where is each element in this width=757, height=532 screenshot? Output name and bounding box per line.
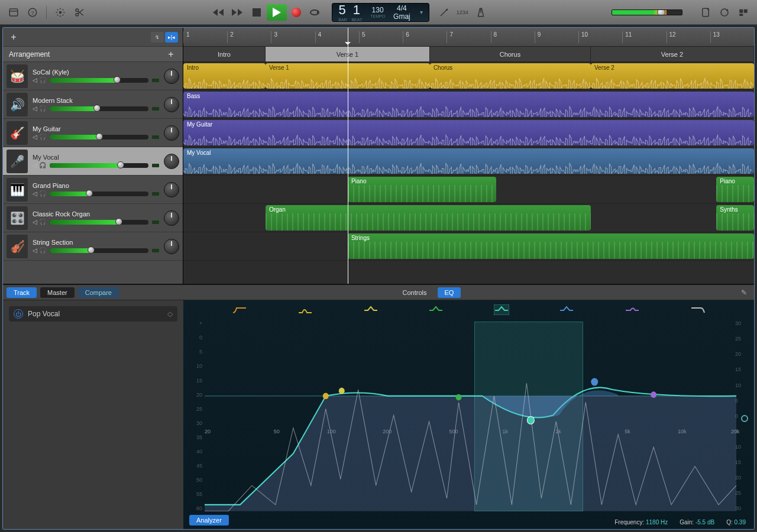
notepad-button[interactable] [699, 6, 712, 19]
solo-button[interactable]: 🎧 [39, 190, 46, 197]
playhead[interactable] [348, 28, 348, 284]
volume-slider[interactable] [50, 163, 148, 168]
arrangement-track[interactable]: IntroVerse 1ChorusVerse 2 [183, 47, 754, 62]
cycle-button[interactable] [306, 4, 323, 21]
volume-slider[interactable] [50, 220, 148, 225]
eq-display[interactable]: +051015202530354045505560 30252015105051… [183, 300, 754, 529]
region[interactable]: Chorus [430, 63, 591, 89]
track-lane[interactable]: PianoPiano [183, 176, 754, 204]
pan-knob[interactable] [164, 125, 179, 141]
solo-button[interactable]: 🎧 [39, 134, 46, 140]
tab-eq[interactable]: EQ [438, 287, 461, 298]
preset-selector[interactable]: ⏻ Pop Vocal ◇ [9, 306, 177, 322]
count-in-button[interactable]: 1234 [457, 6, 468, 19]
tab-controls[interactable]: Controls [396, 287, 434, 298]
mute-button[interactable]: ◁ [33, 105, 37, 112]
volume-slider[interactable] [50, 78, 148, 83]
play-button[interactable] [267, 4, 287, 21]
solo-button[interactable]: 🎧 [39, 247, 46, 254]
help-button[interactable]: ? [26, 6, 39, 19]
arrangement-marker[interactable]: Chorus [430, 47, 591, 61]
region[interactable]: Intro [183, 63, 266, 89]
region[interactable]: Verse 2 [591, 63, 754, 89]
track-header[interactable]: 🎸 My Guitar ◁🎧 [3, 119, 183, 147]
eq-band-button[interactable] [428, 304, 444, 315]
region[interactable]: Piano [716, 177, 754, 202]
mute-button[interactable]: ◁ [33, 77, 37, 83]
pan-knob[interactable] [164, 69, 179, 84]
settings-button[interactable] [54, 6, 67, 19]
metronome-button[interactable] [474, 6, 487, 19]
stop-button[interactable] [248, 4, 266, 21]
volume-slider[interactable] [50, 248, 148, 253]
library-button[interactable] [7, 6, 20, 19]
tab-track[interactable]: Track [7, 287, 37, 298]
track-header[interactable]: 🎹 Grand Piano ◁🎧 [3, 176, 183, 204]
track-lane[interactable]: OrganSynths [183, 204, 754, 232]
timeline[interactable]: 12345678910111213 IntroVerse 1ChorusVers… [183, 28, 754, 284]
region[interactable]: Strings [348, 233, 754, 259]
pan-knob[interactable] [164, 239, 179, 254]
track-header[interactable]: 🎤 My Vocal ◁🎧 [3, 147, 183, 176]
master-volume[interactable] [612, 9, 682, 15]
arrangement-marker[interactable]: Intro [183, 47, 266, 61]
solo-button[interactable]: 🎧 [39, 77, 46, 83]
automation-button[interactable]: ↯ [151, 32, 164, 43]
eq-band-button[interactable] [297, 304, 313, 315]
ruler[interactable]: 12345678910111213 [183, 28, 754, 47]
tab-compare[interactable]: Compare [78, 287, 119, 298]
add-track-button[interactable]: + [8, 31, 20, 43]
region[interactable]: Piano [348, 177, 496, 202]
track-header[interactable]: 🎻 String Section ◁🎧 [3, 232, 183, 261]
forward-button[interactable] [229, 4, 247, 21]
tab-master[interactable]: Master [40, 287, 75, 298]
lcd-display[interactable]: 5 1BAR BEAT 130TEMPO 4/4Gmaj ▾ [332, 3, 429, 22]
pan-knob[interactable] [164, 210, 179, 226]
catch-button[interactable]: ▸|◂ [165, 32, 178, 43]
media-button[interactable] [737, 6, 750, 19]
pan-knob[interactable] [164, 97, 179, 112]
zoom-handle[interactable] [741, 415, 748, 422]
eq-band-button[interactable] [494, 304, 509, 315]
track-header[interactable]: 🎛️ Classic Rock Organ ◁🎧 [3, 204, 183, 232]
solo-button[interactable]: 🎧 [39, 219, 46, 225]
volume-slider[interactable] [50, 135, 148, 140]
solo-button[interactable]: 🎧 [39, 105, 46, 112]
track-header[interactable]: 🥁 SoCal (Kyle) ◁🎧 [3, 62, 183, 90]
record-button[interactable] [288, 4, 305, 21]
region[interactable]: My Vocal [183, 148, 754, 174]
eq-band-button[interactable] [625, 304, 640, 315]
region[interactable]: Synths [716, 205, 754, 231]
track-lane[interactable]: Strings [183, 232, 754, 261]
edit-plugin-button[interactable]: ✎ [737, 286, 750, 299]
track-lane[interactable]: My Vocal [183, 147, 754, 176]
mute-button[interactable]: ◁ [33, 134, 37, 140]
eq-band-button[interactable] [363, 304, 378, 315]
loops-button[interactable] [718, 6, 731, 19]
track-header[interactable]: 🔊 Modern Stack ◁🎧 [3, 90, 183, 119]
rewind-button[interactable] [210, 4, 228, 21]
region[interactable]: Bass [183, 92, 754, 117]
pan-knob[interactable] [164, 182, 179, 197]
track-lane[interactable]: My Guitar [183, 119, 754, 147]
mute-button[interactable]: ◁ [33, 219, 37, 225]
region[interactable]: My Guitar [183, 120, 754, 145]
scissors-button[interactable] [73, 6, 86, 19]
power-icon[interactable]: ⏻ [14, 309, 23, 319]
mute-button[interactable]: ◁ [33, 190, 37, 197]
eq-band-button[interactable] [690, 304, 706, 315]
volume-slider[interactable] [50, 192, 148, 196]
region[interactable]: Organ [266, 205, 591, 231]
pan-knob[interactable] [164, 154, 179, 169]
eq-band-button[interactable] [559, 304, 574, 315]
solo-button[interactable]: 🎧 [39, 162, 46, 168]
volume-slider[interactable] [50, 106, 148, 111]
mute-button[interactable]: ◁ [33, 162, 37, 168]
arrangement-marker[interactable]: Verse 2 [591, 47, 754, 61]
add-arrangement-button[interactable]: + [165, 48, 177, 60]
tuner-button[interactable] [438, 6, 451, 19]
eq-band-button[interactable] [232, 304, 247, 315]
analyzer-button[interactable]: Analyzer [189, 515, 229, 525]
mute-button[interactable]: ◁ [33, 247, 37, 254]
track-lane[interactable]: IntroVerse 1ChorusVerse 2 [183, 62, 754, 90]
